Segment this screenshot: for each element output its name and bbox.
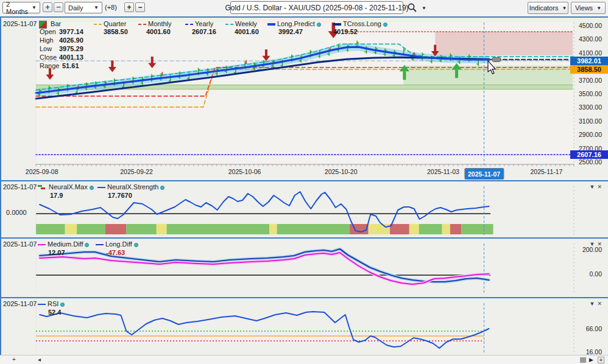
time-axis-label: 2025-10-20 xyxy=(325,168,358,175)
interval-select[interactable]: Daily ▼ xyxy=(65,2,102,13)
low-label: Low xyxy=(40,45,59,52)
medium-diff-line-icon xyxy=(38,244,46,245)
neuralx-plot[interactable] xyxy=(1,183,608,239)
main-chart-plot[interactable] xyxy=(1,18,608,180)
neuralx-max-icon xyxy=(38,185,45,191)
symbol-title[interactable]: Gold / U.S. Dollar - XAU/USD (2025-09-08… xyxy=(230,1,403,14)
rsi-value: 52.4 xyxy=(48,309,61,316)
open-label: Open xyxy=(40,28,59,35)
zero-axis-label: 0.0000 xyxy=(6,209,27,216)
long-predict-value: 3992.47 xyxy=(278,28,303,35)
main-price-panel: 2025-11-07 Bar Open3977.14 High4026.90 L… xyxy=(0,18,608,180)
cursor-date-label: 2025-11-07 xyxy=(3,183,37,191)
long-diff-value: -47.63 xyxy=(106,249,125,256)
info-dot-icon[interactable] xyxy=(85,243,89,247)
neuralx-max-value: 17.9 xyxy=(50,192,63,199)
yearly-line-icon xyxy=(185,24,193,25)
pointer-icon: ◂ xyxy=(38,356,41,363)
collapse-panel-icon[interactable]: ▼ xyxy=(590,184,598,190)
legend-neuralx-max[interactable]: NeuralX.Max xyxy=(38,183,94,191)
time-axis-label: 2025-09-22 xyxy=(120,168,153,175)
rsi-axis-hi: 66.00 xyxy=(586,325,602,332)
info-dot-icon[interactable] xyxy=(90,186,94,190)
add-period-button[interactable]: + xyxy=(124,2,134,12)
info-dot-icon[interactable] xyxy=(134,243,138,247)
symbol-search[interactable]: ▼ xyxy=(407,2,426,13)
price-axis-label: 4100.00 xyxy=(579,49,602,57)
expand-button[interactable]: + xyxy=(598,357,604,363)
scrollbar-thumb[interactable] xyxy=(580,357,586,363)
info-dot-icon[interactable] xyxy=(317,23,321,27)
add-panel-icon[interactable]: + xyxy=(12,356,16,363)
info-dot-icon[interactable] xyxy=(60,303,65,307)
bar-icon xyxy=(39,21,47,29)
range-select[interactable]: 2 Months ▼ xyxy=(2,2,40,13)
time-axis-label: 2025-09-08 xyxy=(26,168,58,175)
legend-rsi[interactable]: RSI xyxy=(38,300,65,307)
panel-controls: ▼✕ xyxy=(590,241,604,247)
cursor-date-label: 2025-11-07 xyxy=(3,240,37,248)
close-panel-icon[interactable]: ✕ xyxy=(597,301,604,307)
chevron-down-icon: ▼ xyxy=(596,5,601,11)
range-select-value: 2 Months xyxy=(6,1,28,15)
price-axis-label: 3700.00 xyxy=(579,77,602,84)
zoom-out-button[interactable]: − xyxy=(54,2,63,12)
selected-date-label: 2025-11-07 xyxy=(464,168,504,180)
neuralx-strength-line-icon xyxy=(97,187,105,188)
legend-quarter[interactable]: Quarter xyxy=(94,20,126,27)
indicators-button[interactable]: Indicators ▼ xyxy=(528,2,568,14)
long-predict-line-icon xyxy=(267,23,275,26)
legend-weekly[interactable]: Weekly xyxy=(225,20,257,27)
time-axis-label: 2025-11-03 xyxy=(427,168,459,175)
diff-plot[interactable] xyxy=(1,240,608,298)
legend-long-predict[interactable]: Long.Predict xyxy=(267,20,321,27)
close-panel-icon[interactable]: ✕ xyxy=(597,184,604,190)
forecast-offset-label: (+8) xyxy=(105,4,117,11)
zoom-in-button[interactable]: + xyxy=(43,2,52,12)
legend-long-diff[interactable]: Long.Diff xyxy=(96,240,138,248)
medium-diff-value: 12.07 xyxy=(48,249,65,256)
legend-monthly[interactable]: Monthly xyxy=(138,20,172,27)
legend-yearly[interactable]: Yearly xyxy=(185,20,213,27)
price-axis-label: 2500.00 xyxy=(579,158,602,166)
scroll-right-icon[interactable]: ▶ xyxy=(589,357,593,363)
info-dot-icon[interactable] xyxy=(160,186,164,190)
low-value: 3975.29 xyxy=(59,45,83,52)
chevron-down-icon: ▼ xyxy=(562,5,567,11)
high-value: 4026.90 xyxy=(59,37,83,44)
cursor-date-label: 2025-11-07 xyxy=(3,300,37,307)
legend-bar[interactable]: Bar xyxy=(39,20,61,29)
quarter-line-icon xyxy=(94,24,102,25)
rsi-panel: 2025-11-07 RSI 52.4 66.00 16.00 ▼✕ xyxy=(0,297,608,355)
chevron-down-icon: ▼ xyxy=(422,5,426,11)
search-icon xyxy=(407,2,418,13)
quarter-value: 3858.50 xyxy=(104,28,128,35)
weekly-value: 4001.60 xyxy=(235,28,259,35)
collapse-panel-icon[interactable]: ▼ xyxy=(590,241,598,247)
close-panel-icon[interactable]: ✕ xyxy=(597,241,604,247)
price-tag: 3982.01 xyxy=(570,57,608,65)
price-tag: 3858.50 xyxy=(570,65,608,74)
price-axis-label: 3300.00 xyxy=(579,103,602,111)
time-axis-label: 2025-10-06 xyxy=(228,168,261,175)
collapse-panel-icon[interactable]: ▼ xyxy=(590,301,598,307)
info-dot-icon[interactable] xyxy=(383,23,387,27)
open-value: 3977.14 xyxy=(59,28,83,35)
long-diff-line-icon xyxy=(96,244,104,245)
rsi-plot[interactable] xyxy=(1,299,608,356)
monthly-value: 4001.60 xyxy=(146,28,171,35)
close-value: 4001.13 xyxy=(59,54,83,61)
legend-tcross-long[interactable]: TCross.Long xyxy=(333,20,387,27)
legend-medium-diff[interactable]: Medium.Diff xyxy=(38,240,89,248)
price-tag: 2607.16 xyxy=(570,150,608,159)
time-axis-label: 2025-11-17 xyxy=(530,168,562,175)
tcross-long-value: 4019.52 xyxy=(333,28,358,35)
tcross-long-line-icon xyxy=(333,23,341,26)
panel-controls: ▼✕ xyxy=(590,184,604,190)
views-button[interactable]: Views ▼ xyxy=(571,2,606,14)
remove-period-button[interactable]: − xyxy=(135,2,145,12)
yearly-value: 2607.16 xyxy=(192,28,216,35)
weekly-line-icon xyxy=(225,24,233,25)
legend-neuralx-strength[interactable]: NeuralX.Strength xyxy=(97,183,164,191)
price-axis-label: 4300.00 xyxy=(579,35,602,43)
